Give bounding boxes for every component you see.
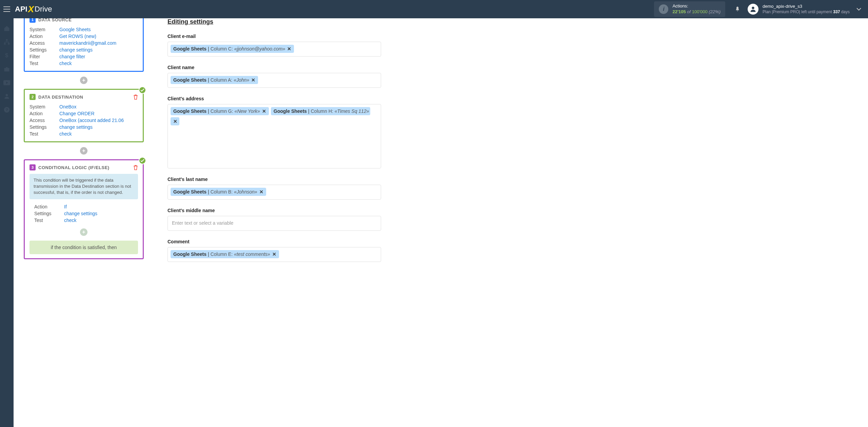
actions-total: 100'000: [692, 9, 708, 14]
card-conditional-logic[interactable]: 3 CONDITIONAL LOGIC (IF/ELSE) This condi…: [24, 159, 144, 259]
nav-connections[interactable]: [0, 35, 14, 49]
variable-tag[interactable]: Google Sheets | Column A: «John» ✕: [171, 76, 258, 84]
check-icon: [140, 88, 144, 92]
card-title: DATA SOURCE: [38, 18, 72, 22]
field-address[interactable]: Google Sheets | Column G: «New York» ✕ G…: [167, 104, 381, 168]
field-label-name: Client name: [167, 65, 381, 70]
add-step-button[interactable]: +: [80, 147, 87, 155]
check-badge: [139, 157, 146, 164]
user-plan: Plan |Premium PRO| left until payment 33…: [763, 9, 850, 15]
user-icon: [3, 93, 10, 100]
field-email[interactable]: Google Sheets | Column C: «jjohnson@yaho…: [167, 42, 381, 57]
actions-label: Actions:: [672, 3, 721, 9]
logo-drive: Drive: [35, 5, 52, 14]
nav-briefcase[interactable]: [0, 62, 14, 76]
source-test-link[interactable]: check: [59, 61, 138, 66]
field-label-address: Client's address: [167, 96, 381, 101]
svg-point-0: [752, 7, 754, 9]
variable-tag[interactable]: Google Sheets | Column H: «Times Sq 112»: [271, 107, 371, 115]
remove-tag-button[interactable]: ✕: [272, 251, 276, 257]
condition-satisfied-box[interactable]: if the condition is satisfied, then: [29, 241, 138, 254]
hamburger-menu[interactable]: [0, 2, 14, 16]
bell-icon: [734, 6, 741, 13]
dest-access-link[interactable]: OneBox (account added 21.06: [59, 118, 138, 123]
actions-pct: (22%): [709, 9, 721, 14]
source-filter-link[interactable]: change filter: [59, 54, 138, 59]
dest-system-link[interactable]: OneBox: [59, 104, 138, 109]
trash-icon: [133, 165, 138, 170]
nav-billing[interactable]: $: [0, 49, 14, 62]
delete-step-button[interactable]: [133, 165, 138, 170]
svg-text:$: $: [5, 52, 8, 59]
add-step-button[interactable]: +: [80, 77, 87, 84]
chevron-down-icon: [856, 8, 861, 11]
hamburger-icon: [3, 6, 10, 12]
cond-settings-link[interactable]: change settings: [64, 211, 138, 216]
card-title: CONDITIONAL LOGIC (IF/ELSE): [38, 165, 110, 170]
nav-help[interactable]: ?: [0, 103, 14, 117]
logo[interactable]: APIXDrive: [15, 4, 52, 15]
svg-rect-1: [6, 39, 8, 41]
source-action-link[interactable]: Get ROWS (new): [59, 34, 138, 39]
field-middlename[interactable]: Enter text or select a variable: [167, 216, 381, 231]
dest-test-link[interactable]: check: [59, 131, 138, 137]
source-system-link[interactable]: Google Sheets: [59, 27, 138, 32]
settings-panel: Editing settings Client e-mail Google Sh…: [144, 18, 381, 427]
avatar: [748, 4, 758, 15]
actions-count: 22'105: [672, 9, 686, 14]
check-icon: [140, 159, 144, 162]
svg-rect-3: [8, 43, 9, 44]
nav-account[interactable]: [0, 89, 14, 103]
check-badge: [139, 86, 146, 94]
user-name: demo_apix-drive_s3: [763, 4, 850, 9]
info-icon: i: [659, 4, 668, 14]
card-data-destination[interactable]: 2 DATA DESTINATION SystemOneBox ActionCh…: [24, 89, 144, 142]
dest-action-link[interactable]: Change ORDER: [59, 111, 138, 116]
actions-of: of: [687, 9, 691, 14]
left-nav: $ ?: [0, 18, 14, 427]
variable-tag[interactable]: Google Sheets | Column G: «New York» ✕: [171, 107, 269, 115]
nav-home[interactable]: [0, 22, 14, 35]
variable-tag-close[interactable]: ✕: [171, 117, 179, 125]
field-name[interactable]: Google Sheets | Column A: «John» ✕: [167, 73, 381, 88]
nav-youtube[interactable]: [0, 76, 14, 89]
field-lastname[interactable]: Google Sheets | Column B: «Johnson» ✕: [167, 185, 381, 200]
sitemap-icon: [3, 39, 10, 45]
youtube-icon: [3, 80, 10, 85]
dest-settings-link[interactable]: change settings: [59, 124, 138, 130]
field-label-email: Client e-mail: [167, 34, 381, 39]
field-label-middlename: Client's middle name: [167, 208, 381, 213]
remove-tag-button[interactable]: ✕: [173, 119, 177, 124]
actions-counter[interactable]: i Actions: 22'105 of 100'000 (22%): [654, 1, 725, 17]
step-number: 1: [29, 18, 36, 23]
remove-tag-button[interactable]: ✕: [287, 46, 291, 52]
logo-x: X: [28, 4, 34, 15]
cond-test-link[interactable]: check: [64, 218, 138, 223]
section-title: Editing settings: [167, 18, 381, 25]
field-comment[interactable]: Google Sheets | Column E: «test comments…: [167, 247, 381, 262]
source-settings-link[interactable]: change settings: [59, 47, 138, 53]
field-label-lastname: Client's last name: [167, 177, 381, 182]
add-condition-button[interactable]: +: [80, 228, 87, 236]
cond-action-link[interactable]: If: [64, 204, 138, 209]
card-title: DATA DESTINATION: [38, 95, 83, 100]
logo-api: API: [15, 5, 27, 14]
trash-icon: [133, 94, 138, 100]
source-access-link[interactable]: maverickandrii@gmail.com: [59, 40, 138, 46]
remove-tag-button[interactable]: ✕: [262, 108, 266, 114]
svg-text:?: ?: [6, 107, 8, 112]
notifications-button[interactable]: [731, 6, 744, 13]
variable-tag[interactable]: Google Sheets | Column C: «jjohnson@yaho…: [171, 45, 294, 53]
question-icon: ?: [3, 106, 10, 113]
remove-tag-button[interactable]: ✕: [259, 189, 263, 195]
variable-tag[interactable]: Google Sheets | Column E: «test comments…: [171, 250, 279, 258]
variable-tag[interactable]: Google Sheets | Column B: «Johnson» ✕: [171, 188, 266, 196]
svg-point-6: [6, 94, 8, 96]
card-data-source[interactable]: 1 DATA SOURCE SystemGoogle Sheets Action…: [24, 18, 144, 72]
user-dropdown-toggle[interactable]: [856, 8, 861, 11]
delete-step-button[interactable]: [133, 94, 138, 100]
step-number: 2: [29, 94, 36, 100]
user-menu[interactable]: demo_apix-drive_s3 Plan |Premium PRO| le…: [748, 4, 850, 15]
remove-tag-button[interactable]: ✕: [251, 77, 255, 83]
workflow-panel: 1 DATA SOURCE SystemGoogle Sheets Action…: [24, 18, 144, 427]
